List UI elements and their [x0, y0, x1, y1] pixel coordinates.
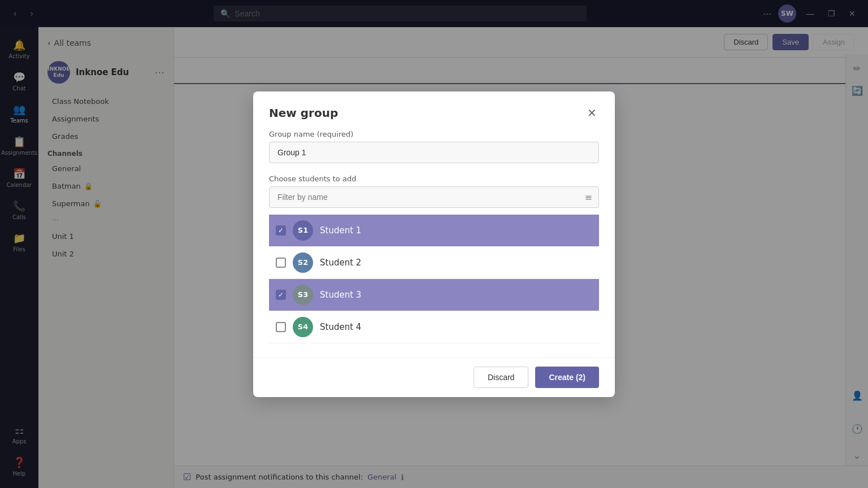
group-name-label: Group name (required): [269, 130, 599, 138]
student-1-avatar: S1: [293, 220, 313, 241]
new-group-modal: New group ✕ Group name (required) Choose…: [253, 91, 615, 397]
student-2-name: Student 2: [320, 258, 361, 268]
group-name-input[interactable]: [269, 142, 599, 163]
students-label: Choose students to add: [269, 175, 599, 183]
student-4-avatar: S4: [293, 317, 313, 337]
student-row-4[interactable]: S4 Student 4: [269, 311, 599, 343]
student-row-3[interactable]: ✓ S3 Student 3: [269, 279, 599, 311]
student-3-avatar: S3: [293, 285, 313, 305]
student-row-2[interactable]: S2 Student 2: [269, 247, 599, 279]
filter-icon: ≡: [585, 191, 592, 202]
create-button[interactable]: Create (2): [535, 367, 599, 388]
student-2-checkbox[interactable]: [276, 258, 286, 268]
student-3-name: Student 3: [320, 290, 361, 300]
student-4-name: Student 4: [320, 322, 361, 332]
checkmark-icon-3: ✓: [278, 291, 284, 299]
student-4-checkbox[interactable]: [276, 322, 286, 332]
student-3-checkbox[interactable]: ✓: [276, 290, 286, 300]
modal-header: New group ✕: [253, 91, 615, 130]
modal-overlay: New group ✕ Group name (required) Choose…: [0, 0, 868, 488]
student-list: ✓ S1 Student 1 S2 Student 2 ✓ S3: [269, 215, 599, 343]
student-1-name: Student 1: [320, 225, 361, 236]
student-1-checkbox[interactable]: ✓: [276, 225, 286, 236]
discard-modal-button[interactable]: Discard: [474, 367, 528, 388]
student-row-1[interactable]: ✓ S1 Student 1: [269, 215, 599, 247]
modal-close-button[interactable]: ✕: [585, 105, 599, 121]
modal-footer: Discard Create (2): [253, 357, 615, 397]
modal-title: New group: [269, 106, 338, 120]
checkmark-icon: ✓: [278, 226, 284, 234]
filter-input[interactable]: [269, 186, 599, 208]
student-2-avatar: S2: [293, 252, 313, 273]
modal-body: Group name (required) Choose students to…: [253, 130, 615, 357]
filter-wrap: ≡: [269, 186, 599, 208]
